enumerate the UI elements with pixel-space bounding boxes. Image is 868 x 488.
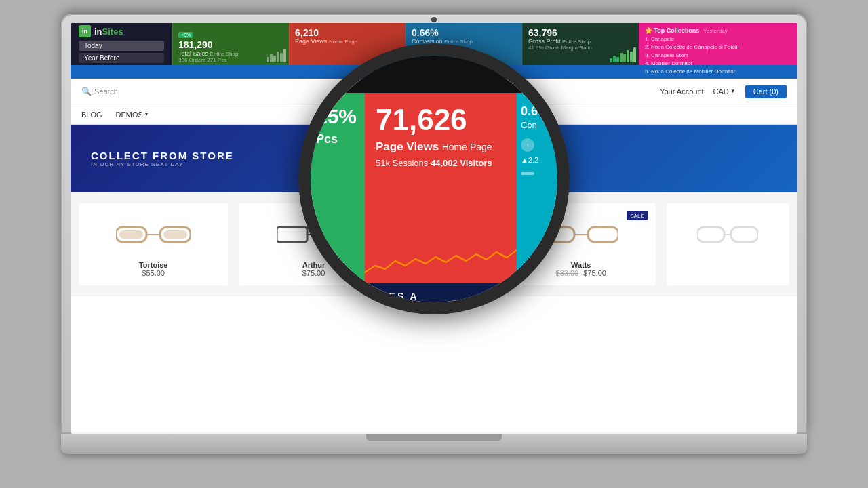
nav-blog[interactable]: BLOG [81, 110, 102, 119]
original-price-watts: $83.00 [556, 269, 579, 277]
laptop-hinge [366, 434, 502, 441]
stat-tile-top-collections: ⭐ Top Collections Yesterday 1. Canapele … [639, 23, 797, 65]
svg-rect-13 [588, 227, 618, 242]
insites-logo-text: inSites [94, 26, 123, 37]
mag-conversion-label: Con [521, 120, 553, 130]
stat-label-profit: Gross Profit Entire Shop [528, 38, 633, 45]
svg-rect-1 [119, 230, 143, 239]
mag-green-percent: 15% [316, 106, 359, 127]
mag-dark-top [311, 56, 557, 93]
cart-button[interactable]: Cart (0) [745, 85, 787, 98]
laptop-screen: in inSites Today Year Before +3% 181,290… [71, 23, 797, 434]
currency-selector[interactable]: CAD ▼ [713, 87, 736, 96]
stat-number-views: 6,210 [295, 27, 400, 38]
stat-number-conversion: 0.66% [412, 27, 517, 38]
product-price-tortoise: $55.00 [87, 269, 220, 277]
svg-rect-3 [163, 230, 187, 239]
stat-badge-sales: +3% [178, 32, 193, 38]
today-button[interactable]: Today [79, 41, 164, 51]
stat-tile-total-sales: +3% 181,290 Total Sales Entire Shop 306 … [172, 23, 289, 65]
laptop-base [61, 434, 807, 454]
mag-green-tile: 15% Pcs [311, 93, 365, 302]
stat-number-profit: 63,796 [528, 27, 633, 38]
laptop-camera [431, 17, 437, 22]
product-name-tortoise: Tortoise [87, 261, 220, 269]
mag-red-tile: 71,626 Page Views Home Page 51k Sessions… [365, 93, 517, 283]
sale-badge: SALE [627, 211, 647, 220]
svg-rect-7 [277, 227, 307, 242]
product-image-tortoise [87, 211, 220, 256]
mag-green-blue-bottom [311, 281, 365, 301]
hero-collect-sub: IN OUR NY STORE NEXT DAY [91, 161, 234, 167]
mag-wave-chart [365, 235, 517, 283]
insites-logo-section: in inSites Today Year Before [71, 23, 172, 65]
insites-logo: in inSites [79, 25, 164, 37]
insites-logo-icon: in [79, 25, 91, 37]
sale-price-watts: $75.00 [583, 269, 606, 277]
mag-green-pcs: Pcs [316, 132, 359, 146]
nav-demos[interactable]: DEMOS ▾ [116, 110, 148, 119]
chevron-down-icon: ▼ [730, 88, 736, 94]
mag-page-views-number: 71,626 [376, 105, 506, 135]
hero-collect-title: COLLECT FROM STORE [91, 150, 234, 161]
laptop-container: in inSites Today Year Before +3% 181,290… [61, 14, 807, 474]
year-before-button[interactable]: Year Before [79, 53, 164, 63]
svg-rect-17 [697, 227, 724, 242]
product-card-extra[interactable] [667, 203, 789, 285]
hero-collect-section: COLLECT FROM STORE IN OUR NY STORE NEXT … [91, 150, 234, 167]
mag-bottom-label: B [428, 300, 439, 314]
product-card-tortoise[interactable]: Tortoise $55.00 [79, 203, 228, 285]
mag-page-views-label: Page Views Home Page [376, 139, 506, 155]
store-header-right: Your Account CAD ▼ Cart (0) [660, 85, 787, 98]
account-link[interactable]: Your Account [660, 87, 703, 96]
svg-rect-18 [731, 227, 758, 242]
mag-conversion-number: 0.6 [521, 105, 553, 117]
product-image-extra [675, 211, 781, 256]
stat-label-views: Page Views Home Page [295, 38, 400, 45]
search-label: Search [94, 87, 118, 96]
mag-page-views-stats: 51k Sessions 44,002 Visitors [376, 158, 506, 168]
laptop-screen-bezel: in inSites Today Year Before +3% 181,290… [61, 14, 807, 434]
magnifier-overlay: 15% Pcs 71,626 Page Views Home Page [298, 43, 570, 314]
chevron-demos-icon: ▾ [145, 111, 148, 117]
mag-cyan-tile: 0.6 Con ↑ ▲2.2 [517, 93, 557, 283]
mag-conversion-change: ▲2.2 [521, 156, 553, 164]
search-icon: 🔍 [81, 87, 92, 96]
store-search[interactable]: 🔍 Search [81, 87, 118, 96]
